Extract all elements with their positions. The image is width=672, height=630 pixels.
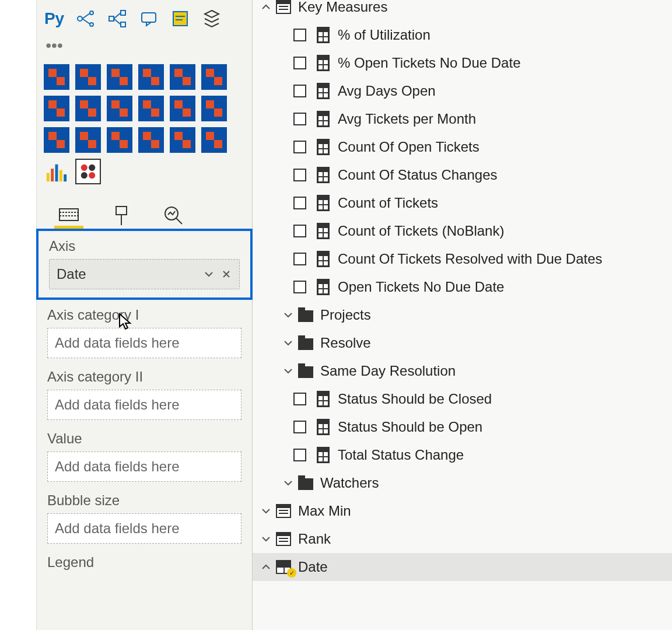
custom-viz-7[interactable] — [44, 96, 69, 121]
measure-table-icon — [275, 502, 292, 520]
measure-icon — [314, 194, 332, 212]
well-bubble-drop[interactable]: Add data fields here — [47, 513, 242, 544]
custom-viz-12[interactable] — [201, 96, 227, 121]
folder-resolve[interactable]: Resolve — [253, 329, 672, 357]
viz-python-icon[interactable]: Py — [44, 8, 65, 29]
measure-avg-tickets-month[interactable]: Avg Tickets per Month — [253, 105, 672, 133]
measure-count-resolved-due[interactable]: Count Of Tickets Resolved with Due Dates — [253, 245, 672, 273]
custom-viz-11[interactable] — [170, 96, 195, 121]
custom-viz-1[interactable] — [44, 64, 69, 90]
well-axis-cat2-drop[interactable]: Add data fields here — [47, 390, 242, 420]
measure-icon — [314, 390, 332, 408]
custom-viz-8[interactable] — [75, 96, 101, 121]
measure-status-closed[interactable]: Status Should be Closed — [253, 385, 672, 413]
checkbox[interactable] — [293, 281, 306, 293]
custom-viz-16[interactable] — [138, 127, 164, 153]
checkbox[interactable] — [293, 253, 306, 265]
table-key-measures[interactable]: Key Measures — [253, 0, 672, 21]
measure-total-status-change[interactable]: Total Status Change — [253, 441, 672, 469]
svg-rect-16 — [55, 164, 58, 181]
folder-projects[interactable]: Projects — [253, 301, 672, 329]
checkbox[interactable] — [293, 113, 306, 125]
well-axis-cat1-drop[interactable]: Add data fields here — [47, 328, 242, 358]
viz-more-icon[interactable]: ••• — [44, 35, 65, 56]
custom-viz-dots[interactable] — [75, 159, 101, 184]
measure-icon — [314, 82, 332, 100]
measure-utilization[interactable]: % of Utilization — [253, 21, 672, 49]
measure-count-tickets[interactable]: Count of Tickets — [253, 189, 672, 217]
svg-point-21 — [81, 172, 88, 178]
chevron-up-icon[interactable] — [257, 1, 275, 13]
chevron-down-icon[interactable] — [279, 337, 297, 349]
table-max-min-label: Max Min — [298, 503, 351, 519]
measure-label: Count of Tickets — [338, 195, 438, 211]
chevron-down-icon[interactable] — [257, 505, 275, 517]
chevron-down-icon[interactable] — [257, 533, 275, 545]
custom-viz-17[interactable] — [170, 127, 195, 153]
axis-field-pill[interactable]: Date — [49, 259, 240, 289]
chevron-down-icon[interactable] — [279, 365, 297, 377]
custom-viz-4[interactable] — [138, 64, 164, 90]
measure-icon — [314, 446, 332, 464]
custom-viz-15[interactable] — [107, 127, 132, 153]
custom-viz-14[interactable] — [75, 127, 101, 153]
folder-icon — [297, 306, 314, 324]
chevron-down-icon[interactable] — [279, 309, 297, 321]
well-value-label: Value — [47, 430, 242, 447]
checkbox[interactable] — [293, 393, 306, 405]
checkbox[interactable] — [293, 421, 306, 433]
svg-line-4 — [82, 19, 90, 24]
checkbox[interactable] — [293, 449, 306, 461]
measure-icon — [314, 138, 332, 156]
table-date[interactable]: ✓ Date — [253, 553, 672, 581]
measure-count-open-tickets[interactable]: Count Of Open Tickets — [253, 133, 672, 161]
custom-viz-13[interactable] — [44, 127, 69, 153]
custom-viz-6[interactable] — [201, 64, 227, 90]
folder-icon — [297, 474, 314, 492]
axis-field-dropdown-icon[interactable] — [203, 268, 215, 280]
viz-decomposition-icon[interactable] — [107, 8, 128, 29]
well-value-drop[interactable]: Add data fields here — [47, 452, 242, 482]
tab-analytics[interactable] — [159, 203, 188, 229]
viz-narrative-icon[interactable] — [170, 8, 191, 29]
chevron-down-icon[interactable] — [279, 477, 297, 489]
measure-status-open[interactable]: Status Should be Open — [253, 413, 672, 441]
custom-viz-5[interactable] — [170, 64, 195, 90]
measure-open-tickets-no-due[interactable]: Open Tickets No Due Date — [253, 273, 672, 301]
checkbox[interactable] — [293, 141, 306, 153]
viz-qa-icon[interactable] — [138, 8, 159, 29]
measure-label: Status Should be Open — [338, 419, 482, 435]
viz-paginated-icon[interactable] — [201, 8, 222, 29]
table-key-measures-label: Key Measures — [298, 0, 387, 15]
well-axis: Axis Date — [36, 229, 253, 300]
measure-count-status-changes[interactable]: Count Of Status Changes — [253, 161, 672, 189]
axis-field-remove-icon[interactable] — [220, 268, 232, 280]
custom-viz-3[interactable] — [107, 64, 132, 90]
measure-label: Status Should be Closed — [338, 391, 492, 407]
checkbox[interactable] — [293, 197, 306, 209]
custom-viz-18[interactable] — [201, 127, 227, 153]
table-icon: ✓ — [275, 558, 292, 576]
tab-fields[interactable] — [54, 203, 83, 229]
measure-icon — [314, 166, 332, 184]
measure-open-no-due[interactable]: % Open Tickets No Due Date — [253, 49, 672, 77]
measure-avg-days-open[interactable]: Avg Days Open — [253, 77, 672, 105]
custom-viz-heatmap[interactable] — [44, 159, 69, 184]
table-rank[interactable]: Rank — [253, 525, 672, 553]
tab-format[interactable] — [107, 203, 136, 229]
custom-viz-2[interactable] — [75, 64, 101, 90]
folder-same-day[interactable]: Same Day Resolution — [253, 357, 672, 385]
checkbox[interactable] — [293, 29, 306, 41]
svg-rect-18 — [64, 174, 66, 181]
checkbox[interactable] — [293, 85, 306, 97]
viz-key-influencers-icon[interactable] — [75, 8, 96, 29]
folder-watchers[interactable]: Watchers — [253, 469, 672, 497]
measure-count-tickets-noblank[interactable]: Count of Tickets (NoBlank) — [253, 217, 672, 245]
checkbox[interactable] — [293, 225, 306, 237]
checkbox[interactable] — [293, 169, 306, 181]
checkbox[interactable] — [293, 57, 306, 69]
table-max-min[interactable]: Max Min — [253, 497, 672, 525]
custom-viz-9[interactable] — [107, 96, 132, 121]
chevron-up-icon[interactable] — [257, 561, 275, 573]
custom-viz-10[interactable] — [138, 96, 164, 121]
